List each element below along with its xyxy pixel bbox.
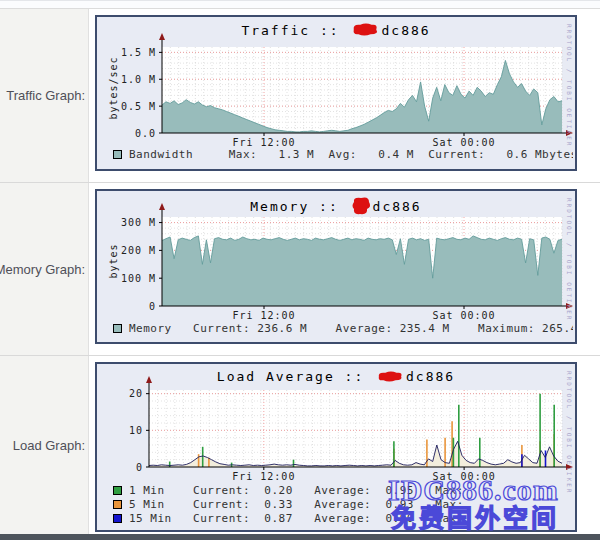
svg-text:0: 0 xyxy=(136,462,143,473)
svg-text:Sat 00:00: Sat 00:00 xyxy=(433,471,496,482)
memory-graph-image[interactable]: 0100 M200 M300 MFri 12:00Sat 00:00 Memor… xyxy=(95,189,577,344)
memory-legend: Memory Current: 236.6 M Average: 235.4 M… xyxy=(113,322,573,335)
memory-graph-cell: 0100 M200 M300 MFri 12:00Sat 00:00 Memor… xyxy=(89,183,600,356)
traffic-graph-row-label: Traffic Graph: xyxy=(0,9,89,182)
cacti-graph-page: Traffic Graph: 0.00.5 M1.0 M1.5 MFri 12:… xyxy=(0,0,600,540)
svg-text:10: 10 xyxy=(129,425,143,436)
traffic-graph-label: Traffic Graph: xyxy=(6,88,85,103)
bottom-bar xyxy=(0,534,600,540)
svg-text:20: 20 xyxy=(129,389,143,400)
load-row: Load Graph: 01020Fri 12:00Sat 00:00 Load… xyxy=(0,356,600,534)
traffic-legend-text: Bandwidth Max: 1.3 M Avg: 0.4 M Current:… xyxy=(129,148,573,161)
svg-text:0.0: 0.0 xyxy=(135,128,156,139)
svg-text:Sat 00:00: Sat 00:00 xyxy=(432,137,495,148)
redaction-scribble xyxy=(375,370,405,386)
svg-text:1.5 M: 1.5 M xyxy=(121,47,156,58)
memory-y-axis-label: bytes xyxy=(108,243,119,278)
load-legend-15min: 15 Min Current: 0.87 Average: 0.90 Max: xyxy=(113,512,464,525)
svg-text:0: 0 xyxy=(149,300,156,311)
traffic-graph-cell: 0.00.5 M1.0 M1.5 MFri 12:00Sat 00:00 Tra… xyxy=(89,9,600,182)
svg-text:1.0 M: 1.0 M xyxy=(121,74,156,85)
memory-graph-row-label: Memory Graph: xyxy=(0,183,89,356)
svg-text:Sat 00:00: Sat 00:00 xyxy=(432,310,495,321)
memory-row: Memory Graph: 0100 M200 M300 MFri 12:00S… xyxy=(0,183,600,357)
memory-graph-title: Memory :: dc886 xyxy=(97,196,575,219)
load-graph-image[interactable]: 01020Fri 12:00Sat 00:00 Load Average :: … xyxy=(95,362,577,532)
load-legend-1min: 1 Min Current: 0.20 Average: 0.95 Max: xyxy=(113,484,464,497)
5min-legend-text: 5 Min Current: 0.33 Average: 0.93 Max: xyxy=(129,498,464,511)
load-graph-cell: 01020Fri 12:00Sat 00:00 Load Average :: … xyxy=(89,356,600,534)
redaction-scribble xyxy=(350,22,380,40)
rrdtool-watermark: RRDTOOL / TOBI OETIKER xyxy=(566,24,573,147)
rrdtool-watermark: RRDTOOL / TOBI OETIKER xyxy=(566,371,573,494)
15min-legend-text: 15 Min Current: 0.87 Average: 0.90 Max: xyxy=(129,512,464,525)
memory-legend-swatch xyxy=(113,324,122,333)
svg-text:200 M: 200 M xyxy=(121,245,156,256)
traffic-row: Traffic Graph: 0.00.5 M1.0 M1.5 MFri 12:… xyxy=(0,9,600,183)
load-graph-title: Load Average :: dc886 xyxy=(97,369,575,386)
bandwidth-legend-swatch xyxy=(113,150,122,159)
svg-text:Fri 12:00: Fri 12:00 xyxy=(232,310,295,321)
load-legend-5min: 5 Min Current: 0.33 Average: 0.93 Max: xyxy=(113,498,464,511)
5min-legend-swatch xyxy=(113,500,122,509)
svg-text:Fri 12:00: Fri 12:00 xyxy=(232,471,295,482)
memory-graph-label: Memory Graph: xyxy=(0,262,85,277)
redaction-scribble xyxy=(350,196,372,219)
traffic-legend: Bandwidth Max: 1.3 M Avg: 0.4 M Current:… xyxy=(113,148,573,161)
memory-legend-text: Memory Current: 236.6 M Average: 235.4 M… xyxy=(129,322,573,335)
load-graph-label: Load Graph: xyxy=(13,438,85,453)
svg-text:100 M: 100 M xyxy=(121,272,156,283)
traffic-y-axis-label: bytes/sec xyxy=(108,56,119,119)
15min-legend-swatch xyxy=(113,514,122,523)
top-strip xyxy=(0,1,600,9)
traffic-graph-image[interactable]: 0.00.5 M1.0 M1.5 MFri 12:00Sat 00:00 Tra… xyxy=(95,15,577,171)
1min-legend-text: 1 Min Current: 0.20 Average: 0.95 Max: xyxy=(129,484,464,497)
svg-text:Fri 12:00: Fri 12:00 xyxy=(232,137,295,148)
traffic-graph-title: Traffic :: dc886 xyxy=(97,22,575,40)
svg-text:0.5 M: 0.5 M xyxy=(121,101,156,112)
1min-legend-swatch xyxy=(113,486,122,495)
rrdtool-watermark: RRDTOOL / TOBI OETIKER xyxy=(566,198,573,321)
load-graph-row-label: Load Graph: xyxy=(0,356,89,534)
